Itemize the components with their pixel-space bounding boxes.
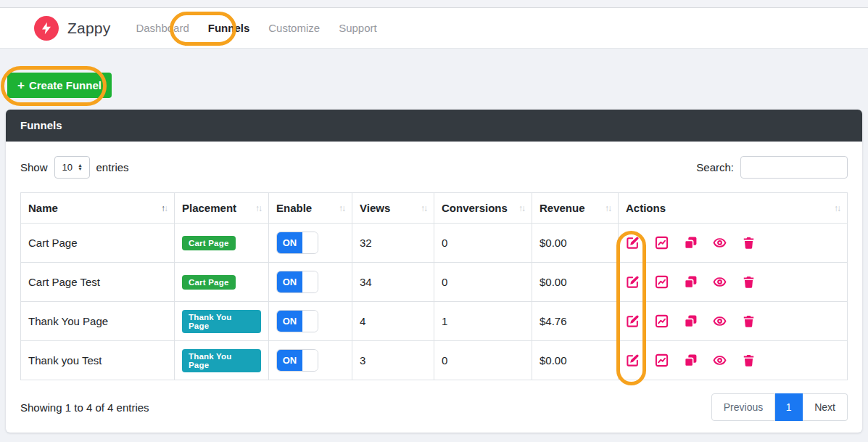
conversions-value: 1 <box>434 302 532 341</box>
entries-label: entries <box>96 161 129 173</box>
nav-item-dashboard[interactable]: Dashboard <box>126 16 198 40</box>
nav-item-funnels[interactable]: Funnels <box>199 16 260 40</box>
column-header-enable[interactable]: Enable ↑↓ <box>269 193 352 224</box>
view-action-button[interactable] <box>713 275 727 289</box>
stats-action-button[interactable] <box>655 236 669 250</box>
view-action-button[interactable] <box>713 353 727 367</box>
entries-select[interactable]: 10 ▲ ▼ <box>54 156 90 179</box>
enable-toggle[interactable]: ON <box>276 349 318 372</box>
enable-toggle[interactable]: ON <box>276 271 318 293</box>
views-value: 3 <box>352 341 434 380</box>
sort-icon: ↑↓ <box>605 203 611 213</box>
stats-action-button[interactable] <box>655 275 669 289</box>
panel-body: Show 10 ▲ ▼ entries Search: <box>6 142 862 433</box>
stats-action-button[interactable] <box>655 353 669 367</box>
eye-icon <box>713 314 727 328</box>
next-page-button[interactable]: Next <box>803 393 848 421</box>
pagination: Previous 1 Next <box>711 393 848 421</box>
duplicate-action-button[interactable] <box>684 353 698 367</box>
revenue-value: $0.00 <box>532 263 619 302</box>
actions-cell <box>626 236 840 250</box>
create-funnel-button[interactable]: + Create Funnel <box>7 73 112 98</box>
edit-action-button[interactable] <box>626 275 640 289</box>
column-header-placement[interactable]: Placement ↑↓ <box>175 193 269 224</box>
actions-cell <box>626 353 840 367</box>
column-header-conversions[interactable]: Conversions ↑↓ <box>434 193 532 224</box>
toggle-on-label: ON <box>277 311 302 332</box>
brand[interactable]: Zappy <box>34 16 110 41</box>
trash-icon <box>742 236 756 250</box>
placement-badge: Thank You Page <box>182 349 261 372</box>
nav-item-customize[interactable]: Customize <box>259 16 329 40</box>
funnels-table: Name ↑↓ Placement ↑↓ Enable ↑↓ Views <box>20 192 848 380</box>
sort-icon: ↑↓ <box>161 203 167 213</box>
table-row: Thank You Page Thank You Page ON 4 1 $4.… <box>21 302 848 341</box>
copy-icon <box>684 314 698 328</box>
table-controls: Show 10 ▲ ▼ entries Search: <box>20 156 848 179</box>
eye-icon <box>713 353 727 367</box>
view-action-button[interactable] <box>713 314 727 328</box>
edit-icon <box>626 275 640 289</box>
table-header-row: Name ↑↓ Placement ↑↓ Enable ↑↓ Views <box>21 193 848 224</box>
entries-select-value: 10 <box>62 162 73 173</box>
column-header-name[interactable]: Name ↑↓ <box>21 193 175 224</box>
search-label: Search: <box>696 161 734 173</box>
chart-icon <box>655 353 669 367</box>
conversions-value: 0 <box>434 263 532 302</box>
show-entries-control: Show 10 ▲ ▼ entries <box>20 156 129 179</box>
enable-toggle[interactable]: ON <box>276 310 318 332</box>
search-control: Search: <box>696 156 848 179</box>
plus-icon: + <box>17 79 25 91</box>
revenue-value: $0.00 <box>532 341 619 380</box>
chart-icon <box>655 236 669 250</box>
column-header-revenue[interactable]: Revenue ↑↓ <box>532 193 619 224</box>
page-1-button[interactable]: 1 <box>775 393 803 421</box>
nav-item-support[interactable]: Support <box>329 16 387 40</box>
create-funnel-label: Create Funnel <box>29 79 102 91</box>
copy-icon <box>684 275 698 289</box>
funnel-name: Thank You Page <box>21 302 175 341</box>
placement-badge: Cart Page <box>182 236 236 250</box>
delete-action-button[interactable] <box>742 275 756 289</box>
delete-action-button[interactable] <box>742 236 756 250</box>
navbar: Zappy Dashboard Funnels Customize Suppor… <box>0 7 868 49</box>
funnel-name: Thank you Test <box>21 341 175 380</box>
lightning-bolt-icon <box>40 22 53 35</box>
sort-icon: ↑↓ <box>834 203 840 213</box>
search-input[interactable] <box>740 156 848 179</box>
zappy-logo-icon <box>34 16 59 41</box>
table-row: Cart Page Test Cart Page ON 34 0 $0.00 <box>21 263 848 302</box>
duplicate-action-button[interactable] <box>684 314 698 328</box>
previous-page-button[interactable]: Previous <box>711 393 775 421</box>
enable-toggle[interactable]: ON <box>276 232 318 254</box>
top-strip <box>0 0 868 7</box>
views-value: 34 <box>352 263 434 302</box>
brand-name: Zappy <box>67 20 110 37</box>
toggle-off-section <box>302 311 318 332</box>
delete-action-button[interactable] <box>742 314 756 328</box>
column-header-actions[interactable]: Actions ↑↓ <box>619 193 848 224</box>
eye-icon <box>713 275 727 289</box>
view-action-button[interactable] <box>713 236 727 250</box>
views-value: 4 <box>352 302 434 341</box>
column-header-views[interactable]: Views ↑↓ <box>352 193 434 224</box>
entries-summary: Showing 1 to 4 of 4 entries <box>20 401 149 414</box>
sort-icon: ↑↓ <box>421 203 426 213</box>
table-row: Thank you Test Thank You Page ON 3 0 $0.… <box>21 341 848 380</box>
delete-action-button[interactable] <box>742 353 756 367</box>
duplicate-action-button[interactable] <box>684 275 698 289</box>
toggle-on-label: ON <box>277 350 302 371</box>
edit-action-button[interactable] <box>626 314 640 328</box>
edit-action-button[interactable] <box>626 353 640 367</box>
chart-icon <box>655 314 669 328</box>
main-content: + Create Funnel Funnels Show 10 ▲ ▼ entr… <box>0 49 868 433</box>
placement-badge: Thank You Page <box>182 310 261 333</box>
edit-action-button[interactable] <box>626 236 640 250</box>
trash-icon <box>742 275 756 289</box>
nav-links: Dashboard Funnels Customize Support <box>126 16 386 40</box>
stats-action-button[interactable] <box>655 314 669 328</box>
sort-icon: ↑↓ <box>339 203 344 213</box>
duplicate-action-button[interactable] <box>684 236 698 250</box>
conversions-value: 0 <box>434 224 532 263</box>
edit-icon <box>626 353 640 367</box>
